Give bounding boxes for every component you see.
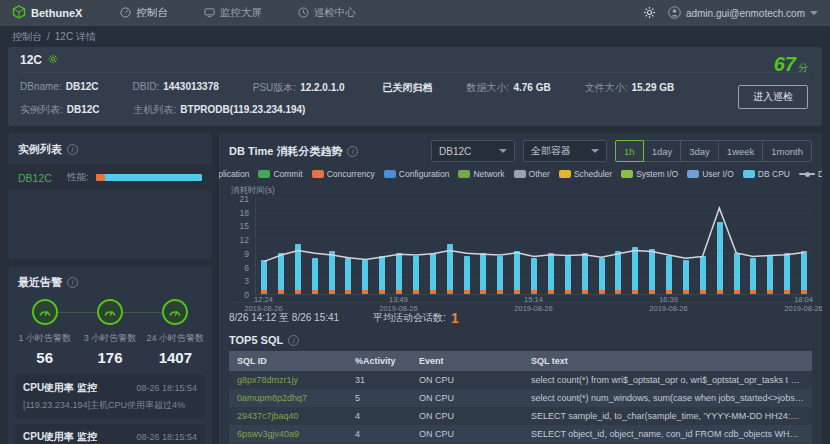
legend-item-db-time[interactable]: DB time	[799, 169, 822, 179]
table-row: 6pswv3gjv40a94ON CPUSELECT object_id, ob…	[229, 425, 812, 443]
sql-text-cell: select count(*) num_windows, sum(case wh…	[523, 389, 812, 407]
instance-select[interactable]: DB12C	[431, 140, 515, 162]
y-tick-label: 15	[240, 221, 249, 231]
table-row: 29437c7jbaq404ON CPUSELECT sample_id, to…	[229, 407, 812, 425]
event-cell: ON CPU	[411, 371, 523, 389]
avg-sessions-value: 1	[451, 310, 459, 326]
db-time-title-row: DB Time 消耗分类趋势	[229, 144, 358, 159]
breadcrumb-current: 12C 详情	[55, 30, 96, 44]
sql-id-link[interactable]: 0amupm8p2dhq7	[237, 393, 307, 403]
legend-label: Configuration	[399, 169, 450, 179]
field-label: 主机列表:	[134, 104, 177, 115]
navbar-right: admin.gui@enmotech.com	[643, 6, 818, 21]
alarm-stat: 24 小时告警数 1407	[143, 299, 208, 366]
x-label-date: 2019-08-26	[514, 304, 552, 313]
logo-cube-icon	[12, 5, 26, 21]
sql-id-link[interactable]: g8px78dmzr1jy	[237, 375, 298, 385]
range-button-1week[interactable]: 1week	[718, 140, 763, 162]
top5-sql-table: SQL ID%ActivityEventSQL text g8px78dmzr1…	[229, 351, 812, 444]
y-tick-label: 3	[244, 276, 249, 286]
select-value: DB12C	[439, 146, 471, 157]
settings-gear-icon[interactable]	[643, 6, 656, 21]
alarm-title: CPU使用率 监控	[23, 381, 97, 395]
performance-bar	[96, 174, 202, 181]
legend-item-system-i-o[interactable]: System I/O	[621, 169, 678, 179]
legend-item-concurrency[interactable]: Concurrency	[312, 169, 375, 179]
db-info-row-2: 实例列表:DB12C主机列表:BTPRODB(119.23.234.194)	[20, 103, 810, 117]
field-value: 15.29 GB	[631, 82, 674, 93]
alarm-list-item[interactable]: CPU使用率 监控 08-26 18:15:54 [119.23.234.194…	[15, 375, 205, 418]
info-icon[interactable]	[67, 144, 78, 155]
sql-id-link[interactable]: 29437c7jbaq40	[237, 411, 299, 421]
legend-label: Scheduler	[574, 169, 612, 179]
info-icon[interactable]	[288, 335, 299, 346]
nav-item-label: 监控大屏	[220, 6, 262, 20]
legend-label: User I/O	[702, 169, 734, 179]
event-cell: ON CPU	[411, 425, 523, 443]
legend-label: Network	[473, 169, 504, 179]
health-score: 67分	[774, 54, 808, 78]
x-label-time: 15:14	[514, 295, 552, 304]
legend-color-swatch	[514, 170, 526, 178]
activity-cell: 31	[347, 371, 411, 389]
user-menu[interactable]: admin.gui@enmotech.com	[668, 6, 818, 21]
sql-id-cell: 29437c7jbaq40	[229, 407, 347, 425]
field-value: BTPRODB(119.23.234.194)	[180, 104, 305, 115]
legend-item-configuration[interactable]: Configuration	[384, 169, 450, 179]
alarm-timestamp: 08-26 18:15:54	[136, 432, 197, 442]
range-button-1day[interactable]: 1day	[643, 140, 682, 162]
y-axis: 036912151821	[229, 199, 255, 295]
x-label-time: 12:24	[244, 295, 282, 304]
column-header: SQL text	[523, 351, 812, 371]
activity-cell: 5	[347, 389, 411, 407]
alarm-list-item[interactable]: CPU使用率 监控 08-26 18:15:54 [119.23.234.194…	[15, 424, 205, 444]
breadcrumb-parent[interactable]: 控制台	[12, 30, 42, 44]
top5-sql-title-row: TOP5 SQL	[229, 326, 812, 351]
range-button-1h[interactable]: 1h	[615, 140, 644, 162]
db-time-chart: 036912151821	[229, 199, 812, 295]
chart-controls: DB12C 全部容器 1h1day3day1week1month	[431, 140, 812, 162]
legend-item-commit[interactable]: Commit	[258, 169, 302, 179]
recent-alarms-title-row: 最近告警	[8, 266, 212, 297]
alarm-stat: 1 小时告警数 56	[12, 299, 77, 366]
legend-item-user-i-o[interactable]: User I/O	[687, 169, 734, 179]
instance-row[interactable]: DB12C性能:	[8, 164, 212, 191]
field-label: PSU版本:	[253, 82, 296, 93]
legend-item-other[interactable]: Other	[514, 169, 550, 179]
range-button-3day[interactable]: 3day	[680, 140, 719, 162]
sql-id-link[interactable]: 6pswv3gjv40a9	[237, 429, 299, 439]
info-icon[interactable]	[67, 277, 78, 288]
legend-label: Other	[529, 169, 550, 179]
legend-item-network[interactable]: Network	[458, 169, 504, 179]
field-label: DBname:	[20, 81, 62, 92]
enter-inspection-button[interactable]: 进入巡检	[738, 85, 808, 109]
nav-item-inspection-center[interactable]: 巡检中心	[298, 6, 356, 20]
legend-color-swatch	[559, 170, 571, 178]
legend-item-application[interactable]: Application	[219, 169, 249, 179]
db-info-field: 主机列表:BTPRODB(119.23.234.194)	[134, 103, 306, 117]
nav-item-console[interactable]: 控制台	[120, 6, 168, 20]
instance-list-panel: 实例列表 DB12C性能:	[8, 133, 212, 259]
legend-item-db-cpu[interactable]: DB CPU	[743, 169, 790, 179]
x-axis-label: 12:242019-08-26	[244, 295, 282, 314]
field-value: 1443013378	[163, 81, 219, 92]
legend-item-scheduler[interactable]: Scheduler	[559, 169, 612, 179]
instance-name: DB12C	[18, 172, 60, 184]
nav-item-label: 巡检中心	[314, 6, 356, 20]
y-tick-label: 18	[240, 208, 249, 218]
x-label-date: 2019-08-26	[784, 304, 822, 313]
info-icon[interactable]	[347, 146, 358, 157]
field-label: 数据大小:	[467, 82, 510, 93]
instance-settings-icon[interactable]	[48, 53, 58, 67]
activity-cell: 4	[347, 425, 411, 443]
card-title-row: 12C	[20, 53, 810, 73]
container-select[interactable]: 全部容器	[523, 140, 607, 162]
activity-cell: 4	[347, 407, 411, 425]
range-button-1month[interactable]: 1month	[762, 140, 812, 162]
alarm-stat-label: 3 小时告警数	[84, 332, 137, 345]
alarm-stat-value: 56	[36, 349, 53, 366]
x-label-date: 2019-08-26	[649, 304, 687, 313]
brand-logo[interactable]: BethuneX	[12, 5, 82, 21]
nav-item-big-screen[interactable]: 监控大屏	[204, 6, 262, 20]
alarm-stat-value: 176	[97, 349, 122, 366]
